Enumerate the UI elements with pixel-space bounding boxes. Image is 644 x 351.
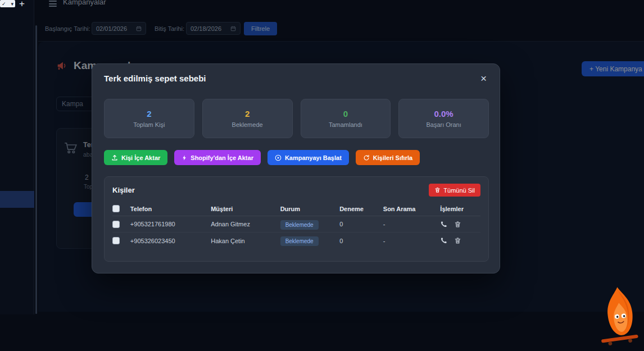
upload-icon — [111, 154, 118, 161]
trash-icon — [434, 187, 441, 193]
new-tab-button[interactable]: + — [19, 0, 25, 10]
call-icon[interactable] — [440, 221, 447, 228]
stat-total-label: Toplam Kişi — [133, 121, 165, 128]
reset-contacts-button[interactable]: Kişileri Sıfırla — [356, 150, 420, 165]
cell-attempt: 0 — [339, 221, 383, 227]
status-badge: Beklemede — [280, 220, 319, 230]
col-attempt: Deneme — [339, 206, 383, 212]
cell-customer: Hakan Çetin — [211, 238, 280, 244]
row-checkbox[interactable] — [112, 237, 120, 244]
delete-all-button[interactable]: Tümünü Sil — [429, 184, 480, 197]
select-all-checkbox[interactable] — [112, 205, 120, 212]
stat-card-pending: 2 Beklemede — [202, 99, 293, 138]
call-icon[interactable] — [440, 237, 447, 244]
cell-last-call: - — [383, 221, 441, 227]
stats-row: 2 Toplam Kişi 2 Beklemede 0 Tamamlandı 0… — [104, 99, 489, 138]
cell-customer: Adnan Gitmez — [211, 221, 280, 227]
close-icon[interactable]: × — [478, 71, 489, 86]
stat-completed-value: 0 — [343, 109, 348, 118]
col-phone: Telefon — [130, 206, 211, 212]
import-contacts-label: Kişi İçe Aktar — [121, 154, 160, 161]
shopify-import-button[interactable]: Shopify'dan İçe Aktar — [174, 150, 261, 165]
col-customer: Müşteri — [211, 206, 280, 212]
cell-phone: +905321761980 — [130, 221, 211, 227]
reset-contacts-label: Kişileri Sıfırla — [373, 154, 412, 161]
mascot-flame-illustration — [597, 284, 644, 347]
stat-card-completed: 0 Tamamlandı — [301, 99, 391, 138]
shopify-import-label: Shopify'dan İçe Aktar — [191, 154, 253, 161]
start-campaign-label: Kampanyayı Başlat — [285, 154, 342, 161]
start-campaign-button[interactable]: Kampanyayı Başlat — [267, 150, 349, 165]
play-icon — [275, 154, 282, 161]
zoom-select[interactable]: ✓ ▾ — [0, 0, 15, 7]
row-checkbox[interactable] — [112, 221, 120, 228]
stat-completed-label: Tamamlandı — [329, 121, 362, 128]
contacts-table: Telefon Müşteri Durum Deneme Son Arama İ… — [112, 202, 480, 249]
modal-actions: Kişi İçe Aktar Shopify'dan İçe Aktar Kam… — [104, 150, 420, 165]
chevron-down-icon: ▾ — [11, 1, 13, 7]
table-row: +905321761980 Adnan Gitmez Beklemede 0 - — [112, 216, 480, 233]
col-status: Durum — [280, 206, 340, 212]
cell-attempt: 0 — [339, 238, 383, 244]
contacts-panel: Kişiler Tümünü Sil Telefon Müşteri Durum… — [104, 176, 489, 262]
modal-title: Terk edilmiş sepet sebebi — [104, 74, 488, 83]
campaign-detail-modal: Terk edilmiş sepet sebebi × 2 Toplam Kiş… — [92, 63, 500, 273]
status-badge: Beklemede — [280, 236, 319, 246]
cell-phone: +905326023450 — [130, 238, 211, 244]
table-row: +905326023450 Hakan Çetin Beklemede 0 - — [112, 233, 480, 249]
stat-card-success-rate: 0.0% Başarı Oranı — [398, 99, 489, 138]
col-last-call: Son Arama — [383, 206, 441, 212]
contacts-title: Kişiler — [112, 186, 135, 194]
col-actions: İşlemler — [440, 206, 480, 212]
checkmark-icon: ✓ — [2, 1, 6, 7]
trash-icon[interactable] — [454, 237, 461, 244]
import-contacts-button[interactable]: Kişi İçe Aktar — [104, 150, 167, 165]
cell-last-call: - — [383, 238, 441, 244]
stat-success-label: Başarı Oranı — [426, 121, 461, 128]
refresh-icon — [363, 154, 370, 161]
stat-card-total: 2 Toplam Kişi — [104, 99, 194, 138]
stat-total-value: 2 — [147, 109, 151, 118]
app-screen: ✓ ▾ + Kampanyalar Başlangıç Tarihi: 02/0… — [0, 0, 644, 351]
trash-icon[interactable] — [454, 221, 461, 228]
stat-pending-value: 2 — [245, 109, 250, 118]
stat-success-value: 0.0% — [434, 109, 453, 118]
stat-pending-label: Beklemede — [232, 121, 263, 128]
table-header-row: Telefon Müşteri Durum Deneme Son Arama İ… — [112, 202, 480, 216]
delete-all-label: Tümünü Sil — [443, 187, 475, 194]
lightning-icon — [182, 154, 187, 161]
